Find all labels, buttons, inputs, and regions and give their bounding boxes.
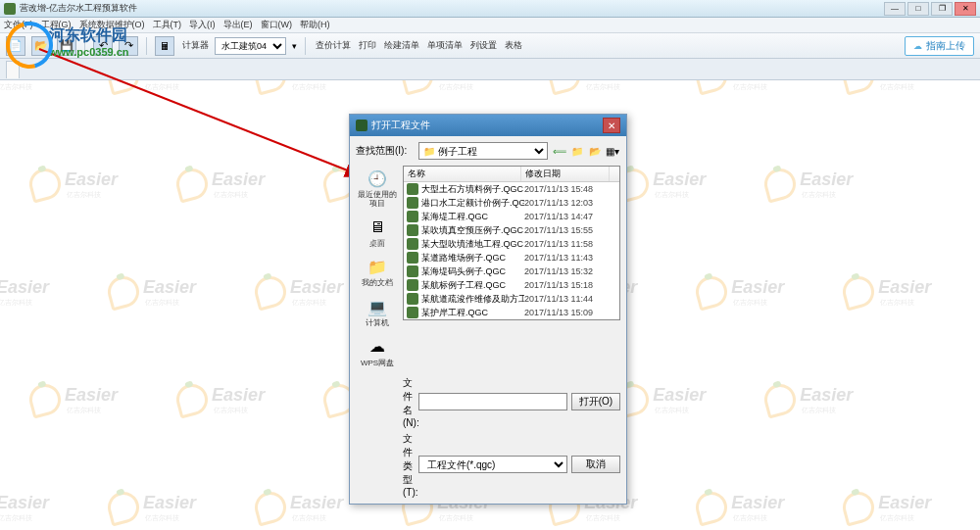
filename-input[interactable] <box>418 393 567 410</box>
file-name: 港口水工定额计价例子.QGC <box>421 197 524 210</box>
file-date: 2017/11/13 15:55 <box>524 225 593 235</box>
file-list: 名称 修改日期 大型土石方填料例子.QGC2017/11/13 15:48港口水… <box>403 166 620 320</box>
logo-icon <box>6 22 45 61</box>
file-date: 2017/11/13 15:48 <box>524 184 593 194</box>
back-icon[interactable]: ⟸ <box>552 143 567 159</box>
logo-cn: 河东软件园 <box>49 25 129 46</box>
file-icon <box>407 307 418 318</box>
place-1[interactable]: 🖥桌面 <box>364 215 391 251</box>
category-dropdown[interactable]: 水工建筑04 <box>215 37 286 55</box>
places-bar: 🕘最近使用的项目🖥桌面📁我的文档💻计算机☁WPS网盘 <box>356 166 399 370</box>
place-icon: 📁 <box>366 256 389 277</box>
filetype-dropdown[interactable]: 工程文件(*.qgc) <box>418 456 567 473</box>
file-row[interactable]: 某护岸工程.QGC2017/11/13 15:09 <box>404 306 619 319</box>
file-icon <box>407 224 418 236</box>
file-date: 2017/11/13 15:18 <box>524 280 593 290</box>
file-date: 2017/11/13 12:03 <box>524 198 593 208</box>
separator <box>305 37 306 55</box>
tool-item-1[interactable]: 打印 <box>359 39 376 52</box>
menubar: 文件(F) 工程(G) 系统数据维护(O) 工具(T) 导入(I) 导出(E) … <box>0 18 980 33</box>
file-name: 某大型吹填渣地工程.QGC <box>421 238 524 251</box>
lookup-label: 查找范围(I): <box>356 144 415 158</box>
place-icon: 🕘 <box>366 168 389 189</box>
toolbar: 📄 📂 💾 ↶ ↷ 🖩 计算器 水工建筑04 ▾ 查价计算 打印 绘建清单 单项… <box>0 33 980 59</box>
open-button[interactable]: 打开(O) <box>571 393 620 410</box>
file-date: 2017/11/13 11:43 <box>524 253 593 263</box>
dialog-close-button[interactable]: ✕ <box>603 118 620 133</box>
maximize-button[interactable]: □ <box>907 2 929 16</box>
file-icon <box>407 279 418 291</box>
file-icon <box>407 211 418 222</box>
file-icon <box>407 183 418 195</box>
file-name: 某航道疏浚作维修及助方工程.QGC <box>421 293 524 306</box>
dialog-icon <box>356 120 368 131</box>
place-icon: 🖥 <box>366 217 389 238</box>
dialog-title: 打开工程文件 <box>371 119 603 132</box>
lookup-dropdown[interactable]: 📁 例子工程 <box>418 142 548 160</box>
up-icon[interactable]: 📁 <box>569 143 585 159</box>
menu-window[interactable]: 窗口(W) <box>261 19 293 31</box>
separator <box>146 37 147 55</box>
newfolder-icon[interactable]: 📂 <box>587 143 603 159</box>
tool-item-2[interactable]: 绘建清单 <box>384 39 419 52</box>
close-button[interactable]: ✕ <box>955 2 976 16</box>
menu-import[interactable]: 导入(I) <box>189 19 216 31</box>
dialog-titlebar: 打开工程文件 ✕ <box>350 115 626 136</box>
place-label: 我的文档 <box>362 279 393 288</box>
file-date: 2017/11/13 14:47 <box>524 212 593 221</box>
file-row[interactable]: 大型土石方填料例子.QGC2017/11/13 15:48 <box>404 182 619 196</box>
site-logo: 河东软件园 www.pc0359.cn <box>6 22 129 61</box>
titlebar: 营改增-亿吉尔水工程预算软件 — □ ❐ ✕ <box>0 0 980 18</box>
place-icon: ☁ <box>366 336 389 358</box>
place-label: 最近使用的项目 <box>358 191 397 209</box>
menu-help[interactable]: 帮助(H) <box>300 19 330 31</box>
file-name: 某道路堆场例子.QGC <box>421 252 524 265</box>
file-row[interactable]: 港口水工定额计价例子.QGC2017/11/13 12:03 <box>404 196 619 210</box>
file-date: 2017/11/13 11:44 <box>524 294 593 304</box>
tool-item-0[interactable]: 查价计算 <box>316 39 351 52</box>
place-label: WPS网盘 <box>361 360 394 368</box>
file-row[interactable]: 某航道疏浚作维修及助方工程.QGC2017/11/13 11:44 <box>404 292 619 306</box>
file-row[interactable]: 某大型吹填渣地工程.QGC2017/11/13 11:58 <box>404 237 619 251</box>
col-date[interactable]: 修改日期 <box>521 167 610 181</box>
logo-url: www.pc0359.cn <box>49 46 129 58</box>
tool-item-4[interactable]: 列设置 <box>470 39 497 52</box>
filetype-label: 文件类型(T): <box>356 432 415 498</box>
file-row[interactable]: 某航标例子工程.QGC2017/11/13 15:18 <box>404 278 619 292</box>
col-name[interactable]: 名称 <box>404 167 521 181</box>
calc-icon[interactable]: 🖩 <box>155 36 174 56</box>
filelist-header: 名称 修改日期 <box>404 167 619 182</box>
filelist-rows[interactable]: 大型土石方填料例子.QGC2017/11/13 15:48港口水工定额计价例子.… <box>404 182 619 319</box>
tool-item-5[interactable]: 表格 <box>505 39 522 52</box>
file-row[interactable]: 某道路堆场例子.QGC2017/11/13 11:43 <box>404 251 619 265</box>
file-row[interactable]: 某海堤工程.QGC2017/11/13 14:47 <box>404 210 619 223</box>
place-label: 桌面 <box>369 240 385 249</box>
place-label: 计算机 <box>366 319 389 328</box>
place-4[interactable]: ☁WPS网盘 <box>359 334 396 370</box>
file-name: 某护岸工程.QGC <box>421 307 524 319</box>
tool-item-3[interactable]: 单项清单 <box>427 39 463 52</box>
file-name: 某海堤码头例子.QGC <box>421 265 524 278</box>
place-icon: 💻 <box>366 296 389 317</box>
cloud-upload-button[interactable]: 指南上传 <box>905 36 974 56</box>
minimize-button[interactable]: — <box>884 2 906 16</box>
menu-tools[interactable]: 工具(T) <box>153 19 182 31</box>
file-row[interactable]: 某吹填真空预压例子.QGC2017/11/13 15:55 <box>404 223 619 237</box>
view-icon[interactable]: ▦▾ <box>605 143 620 159</box>
file-icon <box>407 238 418 250</box>
menu-export[interactable]: 导出(E) <box>223 19 253 31</box>
place-2[interactable]: 📁我的文档 <box>360 254 395 290</box>
restore-button[interactable]: ❐ <box>931 2 953 16</box>
file-name: 大型土石方填料例子.QGC <box>421 183 524 196</box>
secondary-bar <box>0 59 980 80</box>
file-row[interactable]: 某海堤码头例子.QGC2017/11/13 15:32 <box>404 265 619 278</box>
filename-label: 文件名(N): <box>356 376 415 428</box>
file-icon <box>407 197 418 209</box>
cancel-button[interactable]: 取消 <box>571 456 620 473</box>
file-date: 2017/11/13 15:32 <box>524 266 593 276</box>
place-3[interactable]: 💻计算机 <box>364 294 391 330</box>
place-0[interactable]: 🕘最近使用的项目 <box>356 166 399 211</box>
file-date: 2017/11/13 15:09 <box>524 308 593 317</box>
file-name: 某海堤工程.QGC <box>421 211 524 223</box>
open-file-dialog: 打开工程文件 ✕ 查找范围(I): 📁 例子工程 ⟸ 📁 📂 ▦▾ 🕘最近使用的… <box>349 114 627 505</box>
